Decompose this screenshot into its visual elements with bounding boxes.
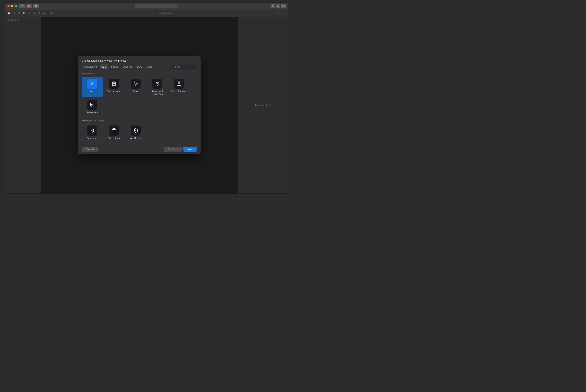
tabs-row: Multiplatform iOS macOS watchOS bbox=[82, 64, 197, 69]
maximize-button[interactable] bbox=[15, 5, 17, 7]
template-label-ar-app: Augmented Reality App bbox=[148, 90, 166, 96]
svg-point-19 bbox=[136, 83, 137, 84]
titlebar bbox=[5, 2, 288, 10]
template-label-metal-library: Metal Library bbox=[130, 137, 142, 140]
metal-library-icon bbox=[131, 126, 141, 136]
modal-overlay: Choose a template for your new project: … bbox=[41, 17, 238, 194]
tab-multiplatform[interactable]: Multiplatform bbox=[82, 64, 100, 69]
svg-point-23 bbox=[137, 81, 137, 82]
svg-rect-35 bbox=[89, 102, 96, 108]
no-selection-toolbar: No Selection bbox=[159, 12, 172, 15]
section-divider bbox=[82, 117, 197, 117]
svg-rect-6 bbox=[271, 6, 274, 6]
template-label-document-app: Document App bbox=[107, 90, 121, 92]
filter-input[interactable] bbox=[171, 65, 196, 69]
grid-icon[interactable]: ⊞ bbox=[50, 12, 53, 15]
svg-text:A: A bbox=[91, 82, 94, 86]
cancel-button[interactable]: Cancel bbox=[82, 146, 98, 152]
link-icon[interactable]: ⊳ bbox=[42, 12, 46, 15]
selection-icon[interactable]: ⊞ bbox=[17, 12, 21, 15]
titlebar-search bbox=[135, 4, 178, 8]
static-library-icon bbox=[109, 126, 119, 136]
svg-point-36 bbox=[91, 104, 92, 104]
titlebar-right bbox=[271, 4, 286, 8]
modal-title: Choose a template for your new project: bbox=[82, 59, 197, 62]
svg-rect-1 bbox=[21, 6, 24, 6]
tab-other[interactable]: Other bbox=[145, 64, 155, 69]
next-button[interactable]: Next bbox=[183, 146, 197, 152]
template-item-imessage-app[interactable]: iMessage App bbox=[82, 98, 103, 115]
folder-icon[interactable]: 📁 bbox=[7, 12, 11, 15]
template-label-sticker-pack: Sticker Pack App bbox=[171, 90, 187, 92]
tab-watchos[interactable]: watchOS bbox=[121, 64, 135, 69]
filter-wrapper: ⌕ bbox=[171, 65, 196, 69]
close-button[interactable] bbox=[7, 5, 10, 7]
inspector-button[interactable] bbox=[281, 4, 286, 8]
add-button[interactable] bbox=[271, 4, 275, 8]
titlebar-controls bbox=[19, 4, 39, 8]
svg-point-22 bbox=[134, 81, 135, 82]
section-header-framework: Framework & Library bbox=[82, 119, 197, 122]
inspector-left-icon[interactable]: □ bbox=[272, 12, 276, 15]
stop-button[interactable] bbox=[33, 4, 39, 8]
footer-nav: Previous Next bbox=[164, 146, 197, 152]
app-icon: A bbox=[87, 79, 97, 89]
template-item-sticker-pack[interactable]: Sticker Pack App bbox=[169, 77, 190, 97]
application-grid: A App bbox=[82, 77, 197, 97]
tab-ios[interactable]: iOS bbox=[100, 64, 108, 69]
share-icon[interactable]: ⬡ bbox=[37, 12, 41, 15]
template-item-framework[interactable]: Framework bbox=[82, 124, 103, 141]
x-icon[interactable]: ✕ bbox=[12, 12, 16, 15]
template-item-document-app[interactable]: Document App bbox=[104, 77, 124, 97]
run-button[interactable] bbox=[26, 4, 32, 8]
section-header-application: Application bbox=[82, 72, 197, 75]
svg-rect-2 bbox=[21, 7, 24, 7]
modal-content: Application A App bbox=[78, 69, 201, 144]
document-app-icon bbox=[109, 79, 119, 89]
svg-rect-4 bbox=[35, 5, 37, 7]
framework-grid: Framework bbox=[82, 124, 197, 141]
minimize-button[interactable] bbox=[11, 5, 13, 7]
main-window: 📁 ✕ ⊞ 🔍 ⚠ ◎ ⬡ ⊳ ⊞ ‹ No Selection □ ⏱ ℹ N… bbox=[5, 2, 288, 194]
shield-icon[interactable]: ◎ bbox=[32, 12, 36, 15]
template-item-metal-library[interactable]: Metal Library bbox=[125, 124, 146, 141]
svg-rect-7 bbox=[282, 5, 285, 7]
titlebar-center bbox=[42, 4, 271, 8]
framework-icon bbox=[87, 126, 97, 136]
modal-header: Choose a template for your new project: … bbox=[78, 56, 201, 69]
template-label-framework: Framework bbox=[87, 137, 98, 140]
search-icon[interactable]: 🔍 bbox=[22, 12, 26, 15]
sidebar-left: No Selection bbox=[5, 17, 41, 194]
imessage-app-icon bbox=[87, 100, 97, 110]
template-label-app: App bbox=[90, 90, 94, 92]
svg-point-37 bbox=[92, 104, 93, 104]
chevron-left-icon[interactable]: ‹ bbox=[55, 12, 58, 15]
tab-tvos[interactable]: tvOS bbox=[135, 64, 145, 69]
svg-rect-53 bbox=[115, 130, 116, 132]
template-item-game[interactable]: Game bbox=[125, 77, 146, 97]
warning-icon[interactable]: ⚠ bbox=[27, 12, 31, 15]
info-icon[interactable]: ℹ bbox=[282, 12, 286, 15]
game-icon bbox=[131, 79, 141, 89]
template-item-static-library[interactable]: Static Library bbox=[104, 124, 124, 141]
no-selection-label: No Selection bbox=[255, 104, 271, 107]
sidebar-no-selection: No Selection bbox=[5, 17, 41, 23]
svg-point-38 bbox=[93, 104, 93, 104]
svg-rect-39 bbox=[89, 127, 96, 134]
template-item-app[interactable]: A App bbox=[82, 77, 103, 97]
clock-icon[interactable]: ⏱ bbox=[277, 12, 281, 15]
previous-button[interactable]: Previous bbox=[164, 146, 182, 152]
svg-rect-16 bbox=[132, 80, 139, 87]
toolbar: 📁 ✕ ⊞ 🔍 ⚠ ◎ ⬡ ⊳ ⊞ ‹ No Selection □ ⏱ ℹ bbox=[5, 10, 288, 17]
commit-button[interactable] bbox=[276, 4, 280, 8]
ar-app-icon bbox=[152, 79, 162, 89]
tab-macos[interactable]: macOS bbox=[108, 64, 121, 69]
template-label-game: Game bbox=[133, 90, 139, 92]
main-area: No Selection Choose a template for your … bbox=[5, 17, 288, 194]
svg-rect-0 bbox=[21, 5, 24, 6]
modal-footer: Cancel Previous Next bbox=[78, 144, 201, 154]
svg-rect-49 bbox=[112, 132, 116, 132]
sidebar-toggle-button[interactable] bbox=[19, 4, 25, 8]
template-item-ar-app[interactable]: Augmented Reality App bbox=[147, 77, 168, 97]
template-label-imessage-app: iMessage App bbox=[86, 111, 99, 114]
